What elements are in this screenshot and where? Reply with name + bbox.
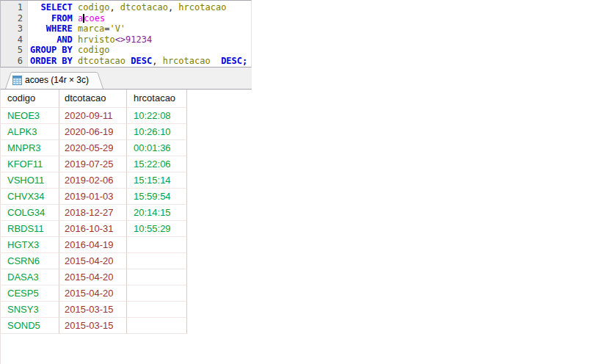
table-row: CESP52015-04-20 xyxy=(0,285,187,302)
grid-cell[interactable]: 2016-04-19 xyxy=(59,237,127,253)
code-token: , xyxy=(168,2,178,12)
grid-cell[interactable]: DASA3 xyxy=(0,269,59,285)
grid-cell[interactable]: HGTX3 xyxy=(0,237,59,253)
line-number: 1 xyxy=(1,2,30,13)
code-token: coes xyxy=(84,13,105,23)
code-token xyxy=(73,2,78,12)
grid-cell[interactable]: 2015-03-15 xyxy=(59,302,127,318)
code-token xyxy=(30,2,40,12)
grid-cell[interactable]: 2016-10-31 xyxy=(59,221,127,237)
grid-cell[interactable] xyxy=(127,237,187,253)
code-line: 1 SELECT codigo, dtcotacao, hrcotacao xyxy=(1,2,251,13)
code-token xyxy=(73,34,78,45)
grid-cell[interactable]: ALPK3 xyxy=(0,124,59,140)
grid-cell[interactable]: CSRN6 xyxy=(0,253,59,269)
grid-cell[interactable]: CESP5 xyxy=(0,285,59,302)
grid-cell[interactable] xyxy=(127,318,187,334)
grid-header-row: codigodtcotacaohrcotacao xyxy=(0,90,187,108)
code-token: ORDER BY xyxy=(30,56,73,66)
code-token: AND xyxy=(57,34,73,45)
grid-cell[interactable]: NEOE3 xyxy=(0,108,59,124)
code-token xyxy=(73,13,78,23)
code-line: 6ORDER BY dtcotacao DESC, hrcotacao DESC… xyxy=(1,56,251,67)
code-text: ORDER BY dtcotacao DESC, hrcotacao DESC; xyxy=(30,56,247,67)
grid-cell[interactable] xyxy=(127,285,187,302)
grid-cell[interactable]: 2018-12-27 xyxy=(59,205,127,221)
code-line: 5GROUP BY codigo xyxy=(1,45,251,56)
table-row: KFOF112019-07-2515:22:06 xyxy=(0,156,187,172)
code-token xyxy=(73,23,78,34)
column-header-codigo[interactable]: codigo xyxy=(0,90,59,108)
code-token: SELECT xyxy=(40,2,72,12)
table-row: CSRN62015-04-20 xyxy=(0,253,187,269)
code-token: hrcotacao xyxy=(163,56,211,66)
code-token: WHERE xyxy=(46,23,73,34)
code-token: hrvisto xyxy=(78,34,115,45)
code-token: DESC; xyxy=(221,56,247,66)
column-header-hrcotacao[interactable]: hrcotacao xyxy=(127,90,187,108)
grid-cell[interactable]: 10:26:10 xyxy=(127,124,187,140)
grid-cell[interactable]: 2019-01-03 xyxy=(59,189,127,205)
code-token: DESC xyxy=(131,56,152,66)
code-text: AND hrvisto<>91234 xyxy=(30,34,152,46)
grid-cell[interactable]: 10:55:29 xyxy=(127,221,187,237)
grid-cell[interactable]: 2020-06-19 xyxy=(59,124,127,140)
grid-cell[interactable]: 2020-05-29 xyxy=(59,140,127,156)
grid-cell[interactable]: 2020-09-11 xyxy=(59,108,127,124)
grid-cell[interactable]: 15:15:14 xyxy=(127,172,187,189)
table-row: RBDS112016-10-3110:55:29 xyxy=(0,221,187,237)
grid-cell[interactable]: 20:14:15 xyxy=(127,205,187,221)
code-token: FROM xyxy=(51,13,73,23)
grid-cell[interactable] xyxy=(127,302,187,318)
code-text: GROUP BY codigo xyxy=(30,45,109,56)
grid-cell[interactable]: SOND5 xyxy=(0,318,59,334)
line-number: 2 xyxy=(1,13,30,24)
grid-cell[interactable]: 2019-07-25 xyxy=(59,156,127,172)
results-tab-bar: acoes (14r × 3c) xyxy=(0,68,252,90)
code-token: , xyxy=(109,2,120,12)
grid-cell[interactable]: 2015-04-20 xyxy=(59,253,127,269)
table-row: HGTX32016-04-19 xyxy=(0,237,187,253)
grid-cell[interactable]: MNPR3 xyxy=(0,140,59,156)
code-token: <>91234 xyxy=(115,34,153,45)
code-token xyxy=(30,34,57,45)
table-row: DASA32015-04-20 xyxy=(0,269,187,285)
grid-cell[interactable]: CHVX34 xyxy=(0,189,59,205)
grid-cell[interactable]: 00:01:36 xyxy=(127,140,187,156)
grid-cell[interactable]: 15:59:54 xyxy=(127,189,187,205)
code-token xyxy=(30,13,51,23)
tab-acoes[interactable]: acoes (14r × 3c) xyxy=(5,72,103,89)
grid-cell[interactable]: KFOF11 xyxy=(0,156,59,172)
code-token: dtcotacao xyxy=(78,56,125,66)
code-token: 'V' xyxy=(109,23,125,34)
code-token xyxy=(211,56,221,66)
column-header-dtcotacao[interactable]: dtcotacao xyxy=(59,90,127,108)
grid-cell[interactable]: 10:22:08 xyxy=(127,108,187,124)
table-row: NEOE32020-09-1110:22:08 xyxy=(0,108,187,124)
grid-cell[interactable]: COLG34 xyxy=(0,205,59,221)
table-row: SOND52015-03-15 xyxy=(0,318,187,334)
grid-cell[interactable]: VSHO11 xyxy=(0,172,59,189)
code-text: WHERE marca='V' xyxy=(30,23,125,34)
grid-cell[interactable] xyxy=(127,253,187,269)
code-line: 4 AND hrvisto<>91234 xyxy=(1,34,251,46)
table-row: CHVX342019-01-0315:59:54 xyxy=(0,189,187,205)
code-token: codigo xyxy=(78,2,109,12)
grid-cell[interactable]: 2015-03-15 xyxy=(59,318,127,334)
grid-cell[interactable]: RBDS11 xyxy=(0,221,59,237)
sql-editor-panel[interactable]: 1 SELECT codigo, dtcotacao, hrcotacao2 F… xyxy=(0,0,252,68)
table-row: MNPR32020-05-2900:01:36 xyxy=(0,140,187,156)
grid-cell[interactable]: 2019-02-06 xyxy=(59,172,127,189)
code-token xyxy=(30,23,46,34)
code-token: marca xyxy=(78,23,104,34)
code-token xyxy=(73,56,78,66)
grid-cell[interactable]: 2015-04-20 xyxy=(59,269,127,285)
grid-cell[interactable]: 15:22:06 xyxy=(127,156,187,172)
grid-cell[interactable] xyxy=(127,269,187,285)
code-token xyxy=(73,45,78,55)
grid-cell[interactable]: 2015-04-20 xyxy=(59,285,127,302)
grid-cell[interactable]: SNSY3 xyxy=(0,302,59,318)
table-row: COLG342018-12-2720:14:15 xyxy=(0,205,187,221)
code-text: SELECT codigo, dtcotacao, hrcotacao xyxy=(30,2,226,13)
code-token: dtcotacao xyxy=(120,2,168,12)
